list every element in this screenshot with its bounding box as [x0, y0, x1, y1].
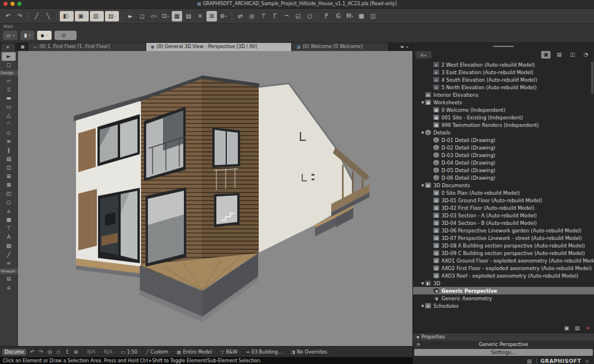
tree-item[interactable]: ⌂2 West Elevation (Auto-rebuild Model): [413, 61, 594, 68]
zoom-in-icon[interactable]: ⊕: [71, 349, 80, 355]
curtain-wall-tool[interactable]: ▤: [2, 155, 16, 163]
publish-icon[interactable]: ◫: [368, 11, 378, 21]
properties-header[interactable]: ▼ Properties: [413, 333, 594, 341]
tree-item[interactable]: +D-01 Detail (Drawing): [413, 136, 594, 144]
line-tool[interactable]: ╱: [2, 250, 16, 259]
tree-item[interactable]: ▥3D-04 Section - B (Auto-rebuild Model): [413, 219, 594, 227]
redo-icon[interactable]: ↷: [15, 11, 25, 21]
tree-item[interactable]: ⌂5 North Elevation (Auto-rebuild Model): [413, 83, 594, 91]
tab-3d-perspective[interactable]: ●(0) General 3D View - Perspective [3D /…: [146, 43, 292, 51]
save-current-view-button[interactable]: ▣: [564, 325, 569, 331]
navigate-button[interactable]: M▾: [345, 11, 355, 21]
grid-snap-toggle[interactable]: ▦: [172, 11, 182, 21]
zoom-icon[interactable]: G: [333, 11, 343, 21]
renovation-filter-picker[interactable]: ⊙▾: [55, 31, 77, 40]
tree-item[interactable]: ▥3D-09 C Building section perspective (A…: [413, 249, 594, 257]
close-panel-button[interactable]: ×: [585, 325, 590, 331]
tab-welcome[interactable]: ◪(0) Welcome [0 Welcome]: [292, 43, 389, 51]
tree-item[interactable]: ▥0 Site Plan (Auto-rebuild Model): [413, 189, 594, 196]
polygon-tool-button[interactable]: ▱▾: [148, 11, 159, 21]
new-folder-button[interactable]: ▤: [575, 325, 580, 331]
tree-item[interactable]: ⌂4 South Elevation (Auto-rebuild Model): [413, 76, 594, 83]
tree-item[interactable]: ▼▦Worksheets: [413, 99, 594, 106]
popup-navigator-button[interactable]: ▦: [18, 43, 27, 51]
tree-item[interactable]: +D-03 Detail (Drawing): [413, 151, 594, 159]
orbit-icon[interactable]: ◇: [54, 349, 63, 355]
layer-combination-select[interactable]: ▽B&W›: [220, 350, 241, 355]
lamp-tool[interactable]: ○: [2, 198, 16, 207]
tree-item[interactable]: ▦0 Welcome (Independent): [413, 106, 594, 114]
snap-guides-toggle[interactable]: ⊞: [207, 11, 217, 21]
position-value[interactable]: N/A›: [87, 350, 99, 355]
marquee-tool-icon[interactable]: ◻: [137, 11, 147, 21]
tree-item[interactable]: ▤Interior Elevations: [413, 91, 594, 99]
dimension-tool[interactable]: ⊤: [2, 224, 16, 233]
zone-tool[interactable]: ⌂: [2, 207, 16, 216]
marquee-tool[interactable]: ◻: [2, 61, 16, 70]
3d-viewport[interactable]: [18, 51, 412, 346]
roof-tool[interactable]: △: [2, 111, 16, 120]
tree-item[interactable]: ▥AXO3 Roof - exploded axonometry (Auto-r…: [413, 272, 594, 279]
pen-color-picker[interactable]: ▪▾: [37, 31, 52, 40]
tree-item[interactable]: ▦001 Site - Existing (Independent): [413, 114, 594, 121]
tree-item[interactable]: ▥3D-03 Section - A (Auto-rebuild Model): [413, 212, 594, 219]
pick-up-parameters-icon[interactable]: ╱: [31, 11, 42, 21]
tree-scrollbar[interactable]: [591, 61, 593, 94]
spline-tool[interactable]: ≈: [2, 259, 16, 268]
tree-item[interactable]: ▥3D-08 A Building section perspective (A…: [413, 242, 594, 249]
column-tool[interactable]: ▯: [2, 85, 16, 94]
remove-icon[interactable]: ×: [195, 11, 205, 21]
morph-tool[interactable]: ◇: [2, 129, 16, 137]
scale-select[interactable]: ▭1:50›: [121, 350, 140, 355]
slab-tool[interactable]: ▭: [2, 103, 16, 111]
mesh-tool[interactable]: ▦: [2, 216, 16, 224]
arrow-tool-icon[interactable]: ►: [125, 11, 136, 21]
railing-tool[interactable]: ∥: [2, 146, 16, 155]
tree-item[interactable]: ◑Generic Axonometry: [413, 294, 594, 302]
tree-item[interactable]: +D-02 Detail (Drawing): [413, 144, 594, 151]
tree-item[interactable]: ▥3D-01 Ground Floor (Auto-rebuild Model): [413, 196, 594, 204]
graphic-override-select[interactable]: ◨No Overrides›: [291, 350, 331, 355]
view-map-icon[interactable]: ▣: [541, 51, 550, 59]
window-tool[interactable]: ⊞: [2, 172, 16, 181]
tree-item[interactable]: ▼+Details: [413, 129, 594, 136]
tree-item[interactable]: ▥3D-07 Perspective Linework - street (Au…: [413, 234, 594, 242]
tree-item[interactable]: ▥AXO2 First Floor - exploded axonometry …: [413, 264, 594, 272]
layouts-icon[interactable]: ▩: [356, 11, 367, 21]
publisher-icon[interactable]: ◔: [581, 51, 591, 59]
door-tool[interactable]: ◫: [2, 163, 16, 172]
zoom-fit-icon[interactable]: ◎: [45, 349, 54, 355]
tree-item[interactable]: ▥AXO1 Ground Floor - exploded axonometry…: [413, 257, 594, 264]
level-dimension-icon[interactable]: ◱: [293, 11, 303, 21]
tree-item[interactable]: ▥3D-06 Perspective Linework garden (Auto…: [413, 227, 594, 234]
model-filter-select[interactable]: ▦Entire Model›: [177, 350, 215, 355]
layout-book-icon[interactable]: ◫: [568, 51, 577, 59]
panel-drag-handle[interactable]: [493, 46, 514, 47]
fit-in-window-icon[interactable]: F: [321, 11, 332, 21]
tree-item[interactable]: +D-04 Detail (Drawing): [413, 159, 594, 166]
forward-icon[interactable]: ↷: [37, 349, 45, 355]
label-icon[interactable]: ○: [305, 11, 315, 21]
section-tool[interactable]: ⊟: [2, 275, 16, 283]
wall-tool[interactable]: ▱: [2, 77, 16, 85]
elevation-tool[interactable]: ⌂: [2, 283, 16, 292]
angle-value[interactable]: N/A›: [104, 350, 115, 355]
tree-item[interactable]: ▼▤3D Documents: [413, 181, 594, 189]
skylight-tool[interactable]: ⊠: [2, 181, 16, 190]
text-tool[interactable]: A: [2, 233, 16, 242]
settings-button[interactable]: Settings...: [414, 349, 593, 356]
3d-walk-mode-button[interactable]: ►▾: [396, 43, 412, 51]
lock-button[interactable]: ⊡▾: [160, 11, 171, 21]
dimension-icon[interactable]: ⊤: [258, 11, 269, 21]
shell-tool[interactable]: ◠: [2, 120, 16, 129]
document-palette-label[interactable]: Docume: [2, 349, 26, 355]
undo-icon[interactable]: ↶: [3, 11, 13, 21]
back-icon[interactable]: ↶: [28, 349, 37, 355]
snap-settings-button[interactable]: ⊛▾: [218, 11, 229, 21]
radial-dimension-icon[interactable]: ¬: [281, 11, 292, 21]
tool-default-picker[interactable]: ▱▾: [3, 31, 17, 40]
tree-item[interactable]: ▼◧3D: [413, 279, 594, 287]
tab-first-floor[interactable]: ▭(0) 1. First Floor [1. First Floor]: [28, 43, 146, 51]
print-icon[interactable]: ▤: [527, 358, 532, 364]
fill-tool[interactable]: ▨: [2, 242, 16, 250]
